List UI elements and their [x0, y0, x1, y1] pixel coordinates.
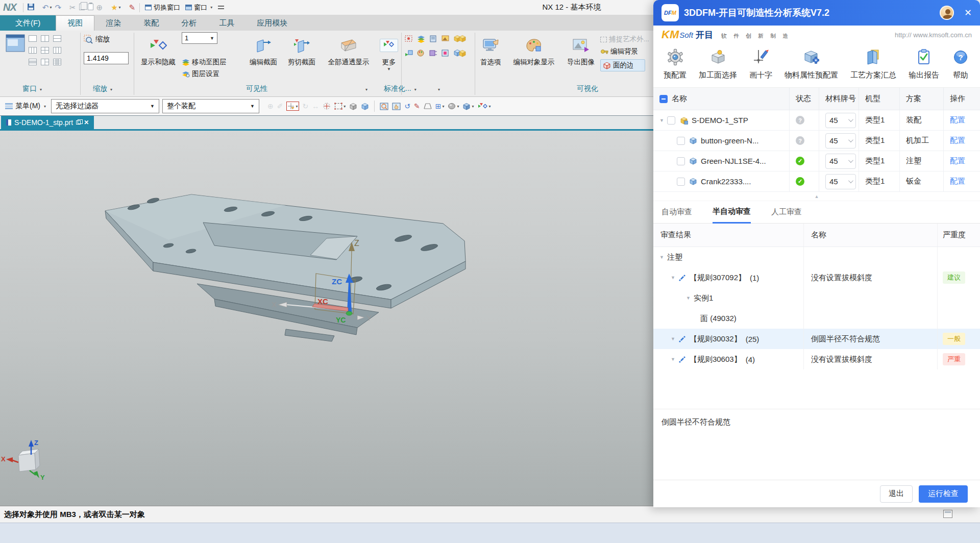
menu-button[interactable]: 菜单(M) ▾	[3, 102, 48, 111]
selection-filter-combo[interactable]: 无选择过滤器 ▼	[51, 99, 159, 113]
window-layout-icon-3[interactable]	[29, 46, 37, 56]
translucency-button[interactable]: 全部通透显示	[318, 33, 379, 67]
review-table-row[interactable]: 面 (49032)	[653, 308, 980, 329]
machining-face-select-button[interactable]: 加工面选择	[699, 48, 737, 87]
brush-icon[interactable]: ✎	[129, 4, 136, 11]
part-checkbox[interactable]	[677, 157, 685, 165]
style-cube-icon[interactable]: ▾	[462, 103, 474, 110]
axis-label-yc[interactable]: YC	[336, 316, 346, 324]
layer-settings-button[interactable]: 图层设置	[182, 69, 245, 79]
zoom-button[interactable]: 缩放	[84, 35, 110, 44]
close-icon[interactable]: ✕	[964, 7, 972, 18]
exit-button[interactable]: 退出	[880, 485, 913, 503]
window-layout-button[interactable]	[5, 34, 26, 55]
preferences-button[interactable]: 首选项	[475, 33, 506, 67]
standard-mini-icon-8[interactable]	[441, 49, 451, 59]
dashed-circle-icon[interactable]	[323, 102, 331, 110]
perspective-icon[interactable]	[424, 103, 432, 110]
grid-icon[interactable]: ⊞▾	[435, 103, 445, 110]
rotate-icon[interactable]: ↻	[303, 103, 309, 110]
sphere-icon[interactable]: ⊕	[96, 4, 103, 11]
tree-caret-icon[interactable]: ▼	[659, 255, 664, 260]
review-table-row[interactable]: ▼实例1	[653, 288, 980, 308]
ribbon-collapse-icon[interactable]	[218, 6, 224, 9]
render-style-icon[interactable]: ▾	[478, 103, 491, 110]
menubar-item-3[interactable]: 装配	[132, 15, 170, 31]
marquee-icon[interactable]: ▾	[334, 103, 346, 110]
window-layout-icon-0[interactable]	[29, 35, 37, 44]
review-table-row[interactable]: ▼【规则307092】(1)没有设置拔模斜度建议	[653, 267, 980, 288]
standard-mini-icon-6[interactable]	[416, 49, 427, 59]
edit-section-button[interactable]: 编辑截面	[244, 33, 283, 67]
switch-window-button[interactable]: 切换窗口	[145, 3, 180, 12]
document-tab[interactable]: S-DEMO-1_stp.prt ✕	[1, 116, 94, 129]
menubar-item-0[interactable]: 文件(F)	[0, 15, 56, 31]
menubar-item-2[interactable]: 渲染	[94, 15, 132, 31]
window-zoom-icon[interactable]	[380, 103, 388, 110]
help-button[interactable]: ?帮助	[951, 48, 970, 87]
window-layout-icon-2[interactable]	[53, 35, 61, 44]
move-to-layer-button[interactable]: 移动至图层	[182, 58, 245, 67]
part-checkbox[interactable]	[667, 116, 675, 125]
configure-link[interactable]: 配置	[950, 177, 965, 186]
output-report-button[interactable]: 输出报告	[909, 48, 939, 87]
kmsoft-url[interactable]: http:// www.kmsoft.com.cn	[895, 31, 972, 39]
face-edges-button[interactable]: 面的边	[600, 59, 645, 71]
axis-label-zc[interactable]: ZC	[332, 277, 342, 286]
configure-link[interactable]: 配置	[950, 115, 965, 125]
axis-label-xc[interactable]: XC	[317, 297, 328, 306]
preconfig-button[interactable]: 预配置	[664, 48, 687, 87]
window-menu-button[interactable]: 窗口 ▾	[185, 3, 212, 12]
menubar-item-1[interactable]: 视图	[56, 15, 94, 31]
mini-section-caret[interactable]: ▾	[435, 84, 440, 92]
copy-icon[interactable]	[79, 4, 85, 10]
refresh-icon[interactable]: ↺	[404, 103, 410, 110]
standard-mini-icon-0[interactable]	[404, 35, 414, 45]
review-tab-2[interactable]: 人工审查	[771, 201, 802, 223]
tree-caret-icon[interactable]: ▼	[671, 357, 675, 362]
process-plan-summary-button[interactable]: 工艺方案汇总	[850, 48, 896, 87]
window-layout-icon-4[interactable]	[41, 46, 49, 56]
review-table-row[interactable]: ▼【规则30032】(25)倒圆半径不符合规范一般	[653, 329, 980, 349]
section-label-standard[interactable]: 标准化...▾	[384, 84, 416, 93]
run-check-button[interactable]: 运行检查	[919, 485, 968, 503]
tab-close-icon[interactable]: ✕	[84, 119, 89, 126]
review-tab-1[interactable]: 半自动审查	[713, 202, 751, 224]
select-all-checkbox[interactable]	[659, 95, 668, 103]
standard-mini-icon-3[interactable]	[441, 35, 451, 45]
configure-link[interactable]: 配置	[950, 136, 965, 145]
undo-icon[interactable]: ↶▾	[42, 4, 52, 11]
highlight-filter-icon[interactable]: ▾	[286, 102, 299, 111]
snap-point-icon[interactable]: ⊕	[267, 103, 274, 110]
tree-caret-icon[interactable]: ▼	[671, 275, 675, 280]
window-layout-icon-6[interactable]	[29, 58, 37, 67]
standard-mini-icon-2[interactable]	[429, 35, 439, 45]
tree-caret-icon[interactable]: ▼	[686, 295, 691, 301]
window-layout-icon-1[interactable]	[41, 35, 49, 44]
material-select[interactable]: 45	[825, 133, 856, 149]
paste-icon[interactable]	[88, 4, 93, 10]
material-ball-icon[interactable]: ▾	[448, 103, 459, 110]
wire-cube-icon[interactable]	[361, 103, 369, 110]
save-icon[interactable]	[28, 4, 34, 10]
pan-icon[interactable]: ↔	[312, 103, 319, 110]
material-property-preconfig-button[interactable]: 物料属性预配置	[785, 48, 838, 87]
pan-hand-icon[interactable]	[392, 103, 401, 110]
selection-scope-combo[interactable]: 整个装配 ▼	[162, 99, 259, 113]
tab-restore-icon[interactable]	[76, 120, 81, 125]
draw-cross-button[interactable]: 画十字	[749, 48, 772, 87]
review-table-row[interactable]: ▼注塑	[653, 247, 980, 267]
visibility-gallery-caret[interactable]: ▾	[362, 84, 368, 92]
standard-mini-icon-5[interactable]	[404, 49, 414, 59]
review-table-row[interactable]: ▼【规则30603】(4)没有设置拔模斜度严重	[653, 349, 980, 369]
redo-icon[interactable]: ↷	[55, 4, 61, 11]
3d-viewport[interactable]: Z X Y ZC XC YC	[0, 131, 653, 506]
menubar-item-6[interactable]: 应用模块	[246, 15, 299, 31]
component-cube-icon-1[interactable]	[458, 50, 467, 59]
material-select[interactable]: 45	[825, 113, 856, 128]
standard-mini-icon-7[interactable]	[429, 49, 439, 59]
part-checkbox[interactable]	[677, 178, 685, 186]
window-layout-icon-7[interactable]	[41, 58, 49, 67]
status-panel-icon[interactable]	[943, 510, 952, 518]
review-tab-0[interactable]: 自动审查	[662, 201, 692, 223]
